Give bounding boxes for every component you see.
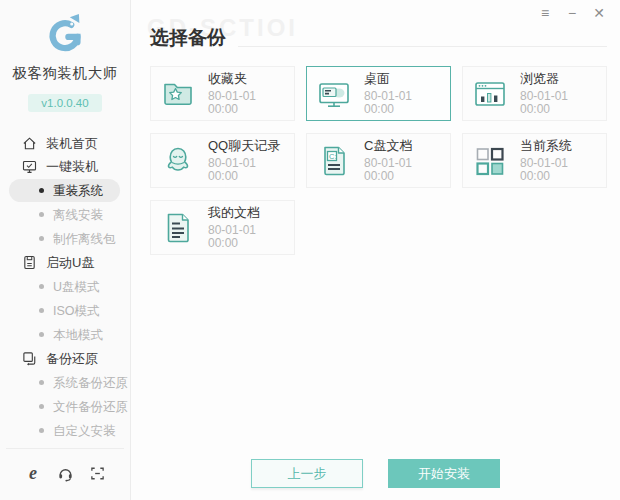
headset-icon[interactable]	[56, 464, 74, 482]
folder-star-icon	[160, 76, 196, 112]
qq-penguin-icon	[160, 143, 196, 179]
browser-e-icon[interactable]: e	[24, 464, 42, 482]
main-content: ≡ − ✕ GD-SCTIOI 选择备份 收藏夹 80-01-01 00:0	[131, 0, 620, 500]
divider	[238, 46, 607, 47]
sidebar: 极客狗装机大师 v1.0.0.40 装机首页 一键装机 重装系统	[0, 0, 131, 500]
sidebar-item-label: 制作离线包	[53, 232, 116, 246]
bullet-icon	[39, 284, 44, 289]
version-badge: v1.0.0.40	[28, 94, 101, 112]
backup-card-grid: 收藏夹 80-01-01 00:00 桌面	[150, 66, 607, 255]
window-minimize-button[interactable]: −	[564, 4, 580, 22]
backup-card-current-system[interactable]: 当前系统 80-01-01 00:00	[462, 133, 607, 188]
scan-icon[interactable]	[88, 464, 106, 482]
sidebar-item-label: 系统备份还原	[53, 376, 128, 390]
card-label: 我的文档	[208, 205, 286, 220]
sidebar-item-label: 离线安装	[53, 208, 103, 222]
home-icon	[22, 136, 37, 151]
sidebar-item-backup-restore[interactable]: 备份还原	[0, 347, 130, 370]
card-label: QQ聊天记录	[208, 138, 286, 153]
sidebar-item-label: 本地模式	[53, 328, 103, 342]
card-date: 80-01-01 00:00	[208, 90, 286, 116]
sidebar-item-label: 自定义安装	[53, 424, 116, 438]
backup-card-favorites[interactable]: 收藏夹 80-01-01 00:00	[150, 66, 295, 121]
sidebar-item-iso-mode[interactable]: ISO模式	[0, 299, 130, 322]
sidebar-item-system-backup-restore[interactable]: 系统备份还原	[0, 371, 130, 394]
bullet-icon	[39, 212, 44, 217]
bullet-icon	[39, 188, 44, 193]
previous-step-button[interactable]: 上一步	[251, 459, 363, 488]
card-label: C盘文档	[364, 138, 442, 153]
sidebar-item-label: 重装系统	[53, 184, 103, 198]
sidebar-item-label: 装机首页	[46, 136, 98, 151]
start-install-button[interactable]: 开始安装	[388, 459, 500, 488]
sidebar-item-label: 一键装机	[46, 159, 98, 174]
c-drive-doc-icon: C:	[316, 143, 352, 179]
bullet-icon	[39, 308, 44, 313]
monitor-icon	[22, 159, 37, 174]
window-close-button[interactable]: ✕	[591, 4, 607, 22]
bullet-icon	[39, 428, 44, 433]
card-label: 浏览器	[520, 71, 598, 86]
backup-card-my-documents[interactable]: 我的文档 80-01-01 00:00	[150, 200, 295, 255]
my-doc-icon	[160, 210, 196, 246]
sidebar-item-boot-usb[interactable]: 启动U盘	[0, 251, 130, 274]
app-window: 极客狗装机大师 v1.0.0.40 装机首页 一键装机 重装系统	[0, 0, 620, 500]
desktop-icon	[316, 76, 352, 112]
bullet-icon	[39, 332, 44, 337]
sidebar-item-make-offline-pack[interactable]: 制作离线包	[0, 227, 130, 250]
app-logo-icon	[42, 11, 88, 57]
sidebar-item-label: 启动U盘	[46, 255, 94, 270]
sidebar-item-custom-install[interactable]: 自定义安装	[0, 419, 130, 442]
sidebar-item-label: ISO模式	[53, 304, 100, 318]
footer-actions: 上一步 开始安装	[131, 459, 620, 488]
svg-text:C:: C:	[329, 151, 337, 160]
card-date: 80-01-01 00:00	[520, 90, 598, 116]
app-name: 极客狗装机大师	[13, 64, 118, 83]
system-grid-icon	[472, 143, 508, 179]
backup-restore-icon	[22, 351, 37, 366]
sidebar-item-usb-mode[interactable]: U盘模式	[0, 275, 130, 298]
bullet-icon	[39, 236, 44, 241]
sidebar-item-label: 文件备份还原	[53, 400, 128, 414]
card-label: 当前系统	[520, 138, 598, 153]
usb-disk-icon	[22, 255, 37, 270]
sidebar-item-label: U盘模式	[53, 280, 100, 294]
sidebar-item-home[interactable]: 装机首页	[0, 132, 130, 155]
sidebar-item-reinstall-system[interactable]: 重装系统	[9, 179, 120, 202]
bullet-icon	[39, 380, 44, 385]
sidebar-item-local-mode[interactable]: 本地模式	[0, 323, 130, 346]
bullet-icon	[39, 404, 44, 409]
browser-icon	[472, 76, 508, 112]
sidebar-item-onekey-install[interactable]: 一键装机	[0, 155, 130, 178]
card-date: 80-01-01 00:00	[520, 157, 598, 183]
card-date: 80-01-01 00:00	[208, 224, 286, 250]
sidebar-footer: e	[0, 448, 130, 500]
card-label: 收藏夹	[208, 71, 286, 86]
backup-card-desktop[interactable]: 桌面 80-01-01 00:00	[306, 66, 451, 121]
card-date: 80-01-01 00:00	[208, 157, 286, 183]
page-header: 选择备份	[150, 25, 607, 51]
backup-card-browser[interactable]: 浏览器 80-01-01 00:00	[462, 66, 607, 121]
window-menu-button[interactable]: ≡	[537, 4, 553, 22]
card-label: 桌面	[364, 71, 442, 86]
backup-card-qq-history[interactable]: QQ聊天记录 80-01-01 00:00	[150, 133, 295, 188]
card-date: 80-01-01 00:00	[364, 90, 442, 116]
sidebar-item-file-backup-restore[interactable]: 文件备份还原	[0, 395, 130, 418]
sidebar-item-label: 备份还原	[46, 351, 98, 366]
window-controls: ≡ − ✕	[537, 4, 607, 22]
backup-card-c-drive-docs[interactable]: C: C盘文档 80-01-01 00:00	[306, 133, 451, 188]
sidebar-item-offline-install[interactable]: 离线安装	[0, 203, 130, 226]
page-title: 选择备份	[150, 25, 226, 51]
card-date: 80-01-01 00:00	[364, 157, 442, 183]
sidebar-menu: 装机首页 一键装机 重装系统 离线安装 制作离线包	[0, 132, 130, 443]
